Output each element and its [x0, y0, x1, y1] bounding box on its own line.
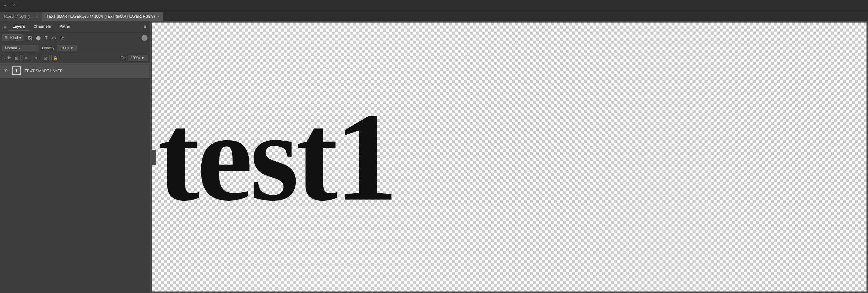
collapse-panel-button[interactable]: «	[2, 2, 8, 8]
lock-row: Lock: ⊞ ✏ ✥ ⊡ 🔒 Fill: 100% ▾	[0, 53, 150, 63]
tab-r-psd[interactable]: R.psd @ 50% (T... ×	[0, 12, 42, 21]
filter-image-icon[interactable]: 🖼	[26, 35, 33, 41]
lock-image-pixels-button[interactable]: ✏	[23, 55, 30, 61]
fill-label: Fill:	[121, 56, 126, 60]
filter-toggle-button[interactable]	[142, 35, 148, 41]
blend-mode-value: Normal	[5, 46, 17, 50]
panel-collapse-arrows[interactable]: «	[1, 23, 8, 30]
tab-channels[interactable]: Channels	[29, 22, 55, 31]
fill-input[interactable]: 100% ▾	[128, 55, 148, 61]
lock-artboard-button[interactable]: ⊡	[42, 55, 50, 61]
tab-layers[interactable]: Layers	[8, 22, 29, 31]
tab-r-psd-label: R.psd @ 50% (T...	[4, 14, 34, 19]
tab-bar: R.psd @ 50% (T... × TEXT SMART LAYER.psb…	[0, 11, 868, 21]
panel-menu-button[interactable]: ≡	[141, 23, 149, 31]
tab-r-psd-close[interactable]: ×	[36, 15, 38, 18]
canvas-content: test1	[152, 23, 867, 292]
lock-label: Lock:	[2, 56, 11, 60]
filter-kind-dropdown[interactable]: 🔍 Kind ▾	[2, 34, 24, 41]
filter-type-icons: 🖼 ⬤ T ▭ 🗂	[26, 35, 65, 41]
tab-text-smart-layer-label: TEXT SMART LAYER.psb @ 100% (TEXT SMART …	[46, 14, 155, 19]
layer-visibility-toggle[interactable]: 👁	[3, 68, 8, 73]
opacity-label: Opacity:	[42, 46, 55, 50]
lock-all-button[interactable]: 🔒	[51, 55, 59, 61]
opacity-value-text: 100%	[60, 46, 69, 50]
blend-opacity-row: Normal ▾ Opacity: 100% ▾	[0, 43, 150, 53]
canvas-area: test1	[150, 21, 868, 293]
layer-name: TEXT SMART LAYER	[25, 68, 147, 73]
close-panel-button[interactable]: ×	[11, 2, 17, 8]
main-area: « Layers Channels Paths ≡ 🔍 Kind ▾ 🖼 ⬤ T	[0, 21, 868, 293]
lock-transparent-pixels-button[interactable]: ⊞	[13, 55, 21, 61]
collapse-side-button[interactable]: ‹	[150, 150, 156, 165]
top-bar: « ×	[0, 0, 868, 11]
layer-thumbnail: T	[11, 65, 22, 76]
fill-chevron: ▾	[142, 56, 144, 60]
opacity-input[interactable]: 100% ▾	[57, 45, 76, 51]
blend-mode-chevron: ▾	[19, 47, 20, 50]
filter-smart-icon[interactable]: 🗂	[59, 35, 65, 41]
blend-mode-dropdown[interactable]: Normal ▾	[2, 45, 38, 51]
tab-text-smart-layer[interactable]: TEXT SMART LAYER.psb @ 100% (TEXT SMART …	[42, 12, 164, 21]
layers-panel: « Layers Channels Paths ≡ 🔍 Kind ▾ 🖼 ⬤ T	[0, 21, 150, 293]
layer-item[interactable]: 👁 T TEXT SMART LAYER	[0, 63, 150, 79]
filter-kind-chevron: ▾	[19, 35, 21, 40]
filter-adjustment-icon[interactable]: ⬤	[35, 35, 42, 41]
tab-text-smart-layer-close[interactable]: ×	[157, 15, 159, 18]
filter-row: 🔍 Kind ▾ 🖼 ⬤ T ▭ 🗂	[0, 32, 150, 43]
layer-list: 👁 T TEXT SMART LAYER	[0, 63, 150, 293]
layer-thumb-icon: T	[12, 66, 21, 75]
filter-shape-icon[interactable]: ▭	[51, 35, 57, 41]
svg-text:T: T	[15, 68, 18, 73]
filter-text-icon[interactable]: T	[44, 35, 49, 41]
lock-position-button[interactable]: ✥	[32, 55, 40, 61]
fill-value-text: 100%	[131, 56, 140, 60]
search-icon: 🔍	[4, 36, 9, 40]
panel-tab-bar: « Layers Channels Paths ≡	[0, 21, 150, 32]
tab-paths[interactable]: Paths	[55, 22, 74, 31]
opacity-chevron: ▾	[71, 46, 73, 50]
canvas-text: test1	[152, 94, 401, 220]
filter-kind-label: Kind	[10, 35, 18, 40]
